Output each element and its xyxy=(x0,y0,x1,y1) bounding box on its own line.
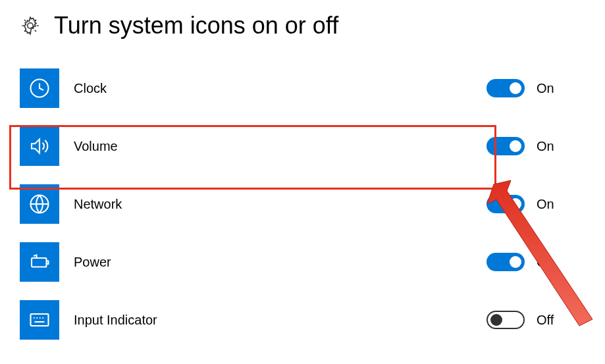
row-network: Network On xyxy=(0,175,605,233)
toggle-input-indicator[interactable] xyxy=(487,311,525,329)
toggle-volume[interactable] xyxy=(487,137,525,155)
toggle-wrap-volume: On xyxy=(487,137,579,155)
toggle-wrap-power: On xyxy=(487,253,579,271)
system-icons-list: Clock On Volume On xyxy=(0,53,605,349)
toggle-wrap-network: On xyxy=(487,195,579,213)
toggle-state-network: On xyxy=(537,197,554,212)
toggle-state-input-indicator: Off xyxy=(537,313,554,328)
row-label-power: Power xyxy=(74,255,487,270)
row-label-volume: Volume xyxy=(74,139,487,154)
svg-rect-4 xyxy=(31,314,49,326)
row-volume: Volume On xyxy=(0,117,605,175)
clock-icon xyxy=(20,68,59,108)
page-title: Turn system icons on or off xyxy=(54,12,338,39)
gear-icon xyxy=(20,15,41,36)
toggle-wrap-clock: On xyxy=(487,79,579,97)
toggle-state-volume: On xyxy=(537,139,554,154)
toggle-wrap-input-indicator: Off xyxy=(487,311,579,329)
svg-rect-3 xyxy=(32,258,47,267)
power-icon xyxy=(20,242,59,282)
row-power: Power On xyxy=(0,233,605,291)
toggle-clock[interactable] xyxy=(487,79,525,97)
network-icon xyxy=(20,184,59,224)
volume-icon xyxy=(20,126,59,166)
page-header: Turn system icons on or off xyxy=(0,0,605,53)
row-label-input-indicator: Input Indicator xyxy=(74,313,487,328)
toggle-state-clock: On xyxy=(537,81,554,96)
row-input-indicator: Input Indicator Off xyxy=(0,291,605,349)
row-clock: Clock On xyxy=(0,59,605,117)
keyboard-icon xyxy=(20,300,59,340)
row-label-network: Network xyxy=(74,197,487,212)
toggle-power[interactable] xyxy=(487,253,525,271)
toggle-state-power: On xyxy=(537,255,554,270)
row-label-clock: Clock xyxy=(74,81,487,96)
toggle-network[interactable] xyxy=(487,195,525,213)
